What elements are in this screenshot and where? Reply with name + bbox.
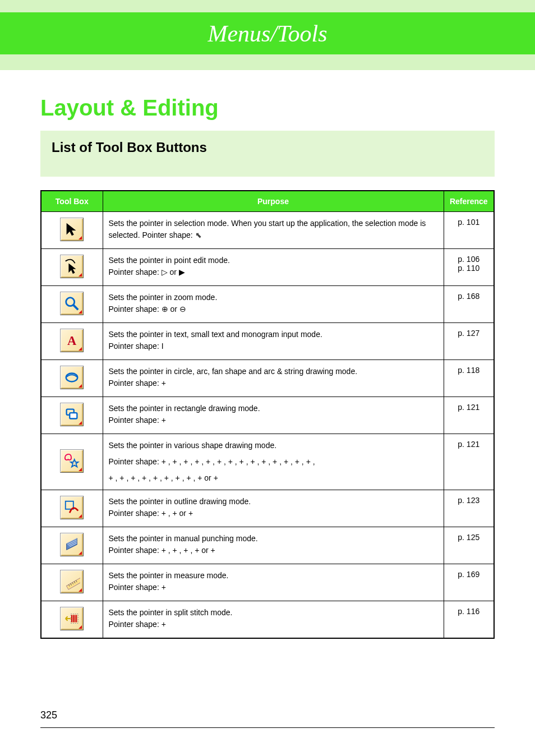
shapes-tool-icon [60, 449, 84, 473]
purpose-text: Sets the pointer in circle, arc, fan sha… [109, 366, 438, 377]
reference-cell: p. 116 [444, 601, 494, 639]
reference-cell: p. 127 [444, 323, 494, 360]
purpose-cell: Sets the pointer in rectangle drawing mo… [103, 397, 444, 434]
table-row: Sets the pointer in manual punching mode… [41, 527, 494, 564]
selection-tool-icon [60, 218, 84, 241]
reference-cell: p. 101 [444, 212, 494, 249]
purpose-text: Sets the pointer in manual punching mode… [109, 533, 438, 545]
purpose-cell: Sets the pointer in split stitch mode. P… [103, 601, 444, 639]
table-row: Sets the pointer in selection mode. When… [41, 212, 494, 249]
purpose-cell: Sets the pointer in text, small text and… [103, 323, 444, 360]
tool-icon-cell [41, 249, 103, 286]
purpose-text: Pointer shape: ▷ or ▶ [109, 266, 438, 278]
split-stitch-tool-icon [60, 607, 84, 630]
purpose-text: Pointer shape: + [109, 377, 438, 389]
reference-cell: p. 125 [444, 527, 494, 564]
section-title: Layout & Editing [40, 95, 495, 121]
banner-title: Menus/Tools [207, 20, 327, 47]
zoom-tool-icon [60, 292, 84, 315]
purpose-text: Pointer shape: + , + , + , + or + [109, 545, 438, 556]
purpose-cell: Sets the pointer in outline drawing mode… [103, 490, 444, 527]
reference-cell: p. 123 [444, 490, 494, 527]
tool-icon-cell [41, 434, 103, 490]
tool-icon-cell [41, 286, 103, 323]
purpose-text: Sets the pointer in various shape drawin… [109, 440, 438, 451]
svg-point-0 [66, 298, 75, 306]
purpose-text: + , + , + , + , + , + , + , + , + or + [109, 472, 438, 484]
tool-icon-cell [41, 397, 103, 434]
svg-rect-5 [70, 413, 77, 418]
tool-icon-cell [41, 212, 103, 249]
purpose-text: Pointer shape: + [109, 414, 438, 426]
table-row: Sets the pointer in measure mode. Pointe… [41, 564, 494, 601]
pointer-glyph-icon: ⬉ [195, 231, 202, 239]
tool-icon-cell [41, 360, 103, 397]
purpose-text: Sets the pointer in split stitch mode. [109, 607, 438, 619]
purpose-cell: Sets the pointer in various shape drawin… [103, 434, 444, 490]
table-header-row: Tool Box Purpose Reference [41, 191, 494, 212]
reference-cell: p. 118 [444, 360, 494, 397]
table-row: Sets the pointer in various shape drawin… [41, 434, 494, 490]
purpose-cell: Sets the pointer in circle, arc, fan sha… [103, 360, 444, 397]
purpose-text: Pointer shape: + , + , + , + , + , + , +… [109, 456, 438, 468]
footer-rule [40, 727, 495, 728]
manual-punch-tool-icon [60, 533, 84, 556]
purpose-text: Sets the pointer in measure mode. [109, 570, 438, 582]
reference-cell: p. 106 p. 110 [444, 249, 494, 286]
tool-icon-cell [41, 490, 103, 527]
banner-stripe: Menus/Tools [0, 12, 535, 54]
purpose-cell: Sets the pointer in point edit mode. Poi… [103, 249, 444, 286]
measure-tool-icon [60, 570, 84, 593]
svg-line-1 [73, 305, 78, 310]
table-row: Sets the pointer in split stitch mode. P… [41, 601, 494, 639]
purpose-text: Sets the pointer in outline drawing mode… [109, 496, 438, 508]
table-row: Sets the pointer in zoom mode. Pointer s… [41, 286, 494, 323]
toolbox-table: Tool Box Purpose Reference Sets the poin… [40, 190, 495, 639]
reference-cell: p. 169 [444, 564, 494, 601]
page-number: 325 [40, 709, 57, 721]
purpose-text: Sets the pointer in zoom mode. [109, 292, 438, 303]
tool-icon-cell [41, 527, 103, 564]
subsection-box: List of Tool Box Buttons [40, 131, 495, 177]
purpose-cell: Sets the pointer in manual punching mode… [103, 527, 444, 564]
outline-tool-icon [60, 496, 84, 519]
page: Menus/Tools Layout & Editing List of Too… [0, 0, 535, 756]
purpose-cell: Sets the pointer in zoom mode. Pointer s… [103, 286, 444, 323]
circle-tool-icon [60, 366, 84, 389]
table-row: Sets the pointer in circle, arc, fan sha… [41, 360, 494, 397]
svg-text:A: A [67, 334, 77, 348]
tool-icon-cell [41, 564, 103, 601]
purpose-text: Sets the pointer in text, small text and… [109, 329, 438, 340]
reference-cell: p. 121 [444, 397, 494, 434]
reference-cell: p. 168 [444, 286, 494, 323]
banner: Menus/Tools [0, 0, 535, 70]
col-header-reference: Reference [444, 191, 494, 212]
reference-cell: p. 121 [444, 434, 494, 490]
purpose-text: Pointer shape: + [109, 619, 438, 630]
purpose-text: Sets the pointer in rectangle drawing mo… [109, 403, 438, 414]
tool-icon-cell [41, 601, 103, 639]
point-edit-tool-icon [60, 255, 84, 278]
subsection-title: List of Tool Box Buttons [52, 140, 483, 155]
purpose-text: Pointer shape: I [109, 340, 438, 352]
content-area: Layout & Editing List of Tool Box Button… [0, 70, 535, 639]
purpose-cell: Sets the pointer in measure mode. Pointe… [103, 564, 444, 601]
table-row: Sets the pointer in point edit mode. Poi… [41, 249, 494, 286]
purpose-text: Pointer shape: + , + or + [109, 508, 438, 519]
col-header-toolbox: Tool Box [41, 191, 103, 212]
purpose-cell: Sets the pointer in selection mode. When… [103, 212, 444, 249]
table-row: Sets the pointer in outline drawing mode… [41, 490, 494, 527]
table-row: Sets the pointer in rectangle drawing mo… [41, 397, 494, 434]
text-tool-icon: A [60, 329, 84, 352]
purpose-text: Pointer shape: + [109, 582, 438, 593]
purpose-text: Pointer shape: ⊕ or ⊖ [109, 303, 438, 315]
table-row: A Sets the pointer in text, small text a… [41, 323, 494, 360]
tool-icon-cell: A [41, 323, 103, 360]
rectangle-tool-icon [60, 403, 84, 426]
purpose-text: Sets the pointer in point edit mode. [109, 255, 438, 266]
purpose-text: Sets the pointer in selection mode. When… [109, 218, 438, 241]
col-header-purpose: Purpose [103, 191, 444, 212]
